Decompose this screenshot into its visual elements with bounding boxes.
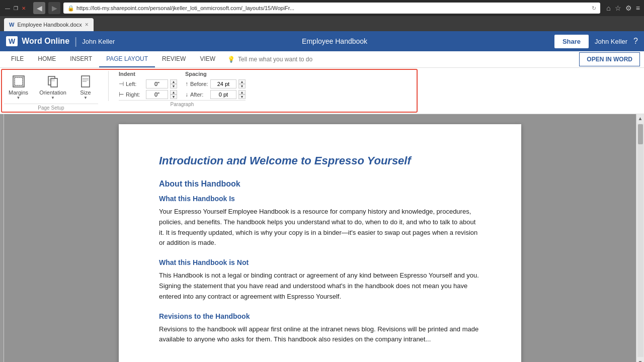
tab-insert[interactable]: INSERT [63,51,99,67]
indent-right-up[interactable]: ▲ [170,90,177,95]
open-in-word-button[interactable]: OPEN IN WORD [579,52,640,66]
size-arrow-icon: ▼ [84,96,88,100]
header-user-name[interactable]: John Keller [595,38,627,45]
logged-in-user: John Keller [82,38,115,45]
menu-icon[interactable]: ≡ [636,4,640,12]
spacing-after-up[interactable]: ▲ [238,90,246,95]
help-icon[interactable]: ? [633,37,638,46]
close-icon[interactable]: ✕ [20,5,27,12]
tab-review[interactable]: REVIEW [155,51,193,67]
indent-left-icon: ⊣ [119,80,124,87]
document-page[interactable]: Introduction and Welcome to Espresso You… [119,124,521,362]
indent-left-spinners[interactable]: ▲ ▼ [170,79,177,88]
separator: | [74,36,77,47]
word-logo: W Word Online [6,36,69,46]
ribbon-tab-bar: FILE HOME INSERT PAGE LAYOUT REVIEW VIEW… [0,51,644,68]
tab-file[interactable]: FILE [4,51,31,67]
scroll-thumb[interactable] [638,124,643,144]
tell-me-field[interactable]: 💡 [227,56,579,63]
spacing-before-icon: ↑ [185,80,188,87]
right-scrollbar[interactable]: ▲ ▼ [636,114,644,362]
spacing-before-down[interactable]: ▼ [238,84,246,88]
spacing-after-icon: ↓ [185,91,188,98]
tab-page-layout[interactable]: PAGE LAYOUT [99,51,155,67]
indent-right-label: Right: [126,92,144,98]
ribbon-group-paragraph: Indent ⊣ Left: ▲ ▼ ⊢ Right: [119,71,246,107]
size-label: Size [80,89,91,96]
ribbon-content: Margins ▼ Orientation ▼ [0,68,644,114]
paragraph-fields: Indent ⊣ Left: ▲ ▼ ⊢ Right: [119,71,246,99]
scroll-track[interactable] [637,124,643,357]
margins-button[interactable]: Margins ▼ [4,71,33,103]
spacing-before-spinners[interactable]: ▲ ▼ [238,79,246,88]
restore-icon[interactable]: ❐ [12,5,19,12]
section-what-is-para: Your Espresso Yourself Employee Handbook… [159,207,481,248]
orientation-label: Orientation [39,89,66,96]
spacing-before-up[interactable]: ▲ [238,79,246,84]
ribbon-group-page-setup: Margins ▼ Orientation ▼ [4,71,98,111]
left-scrollbar [0,114,4,362]
word-logo-icon: W [6,36,18,46]
lock-icon: 🔒 [67,5,74,12]
section-what-not-heading: What this Handbook is Not [159,258,481,266]
indent-left-up[interactable]: ▲ [170,79,177,84]
orientation-button[interactable]: Orientation ▼ [35,71,71,103]
ribbon: FILE HOME INSERT PAGE LAYOUT REVIEW VIEW… [0,51,644,114]
app-name: Word Online [22,37,69,46]
indent-left-input[interactable] [146,79,168,88]
spacing-after-row: ↓ After: ▲ ▼ [185,90,246,99]
margins-label: Margins [9,89,28,96]
spacing-after-input[interactable] [210,90,236,99]
browser-titlebar: — ❐ ✕ ◀ ▶ 🔒 https://loti-my.sharepoint.c… [0,0,644,16]
indent-right-down[interactable]: ▼ [170,95,177,99]
indent-title: Indent [119,71,177,77]
indent-right-input[interactable] [146,90,168,99]
spacing-before-row: ↑ Before: ▲ ▼ [185,79,246,88]
share-button[interactable]: Share [554,35,589,48]
address-bar[interactable]: 🔒 https://loti-my.sharepoint.com/persona… [63,3,600,14]
size-button[interactable]: Size ▼ [73,71,98,103]
indent-right-spinners[interactable]: ▲ ▼ [170,90,177,99]
indent-group: Indent ⊣ Left: ▲ ▼ ⊢ Right: [119,71,177,99]
section-what-is-heading: What this Handbook Is [159,195,481,203]
ribbon-divider [108,71,109,101]
indent-right-row: ⊢ Right: ▲ ▼ [119,90,177,99]
spacing-title: Spacing [185,71,246,77]
spacing-before-label: Before: [190,81,208,87]
tab-title: Employee Handbook.docx [17,22,82,28]
spacing-after-label: After: [190,92,208,98]
window-controls: — ❐ ✕ [4,5,27,12]
scroll-down-icon[interactable]: ▼ [636,358,644,362]
tab-view[interactable]: VIEW [193,51,222,67]
reload-icon[interactable]: ↻ [592,5,596,12]
minimize-icon[interactable]: — [4,5,11,12]
forward-button[interactable]: ▶ [48,2,60,14]
tab-home[interactable]: HOME [31,51,63,67]
document-title: Employee Handbook [115,37,554,45]
spacing-after-spinners[interactable]: ▲ ▼ [238,90,246,99]
section-about-heading: About this Handbook [159,179,481,189]
settings-icon[interactable]: ⚙ [625,4,632,12]
document-main-heading: Introduction and Welcome to Espresso You… [159,154,481,167]
svg-rect-1 [15,77,23,85]
scroll-up-icon[interactable]: ▲ [636,114,644,123]
tab-close-icon[interactable]: × [85,21,89,28]
tell-me-input[interactable] [238,56,318,63]
spacing-before-input[interactable] [210,79,236,88]
browser-right-icons: ⌂ ☆ ⚙ ≡ [606,4,640,12]
browser-tab[interactable]: W Employee Handbook.docx × [4,18,94,31]
indent-left-row: ⊣ Left: ▲ ▼ [119,79,177,88]
browser-tab-bar: W Employee Handbook.docx × [0,16,644,31]
indent-left-label: Left: [126,81,144,87]
star-icon[interactable]: ☆ [615,4,621,12]
spacing-after-down[interactable]: ▼ [238,95,246,99]
document-area[interactable]: Introduction and Welcome to Espresso You… [4,114,636,362]
section-revisions-heading: Revisions to the Handbook [159,312,481,320]
margins-icon [11,73,27,89]
back-button[interactable]: ◀ [33,2,45,14]
lightbulb-icon: 💡 [227,56,235,63]
home-icon[interactable]: ⌂ [606,4,610,12]
indent-left-down[interactable]: ▼ [170,84,177,88]
app-header: W Word Online | John Keller Employee Han… [0,31,644,51]
paragraph-group-label: Paragraph [119,100,246,107]
